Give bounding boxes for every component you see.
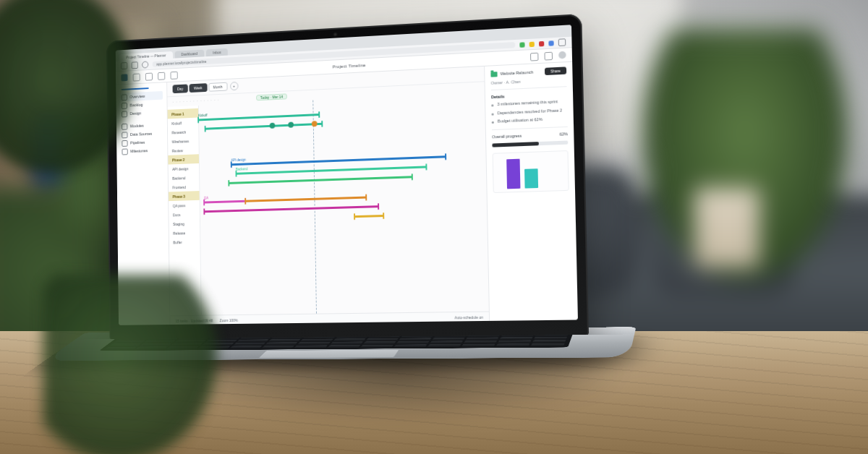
gantt-tracks[interactable]: KickoffAPI designBackendQA: [198, 93, 489, 315]
app-logo-icon[interactable]: [121, 74, 127, 81]
key[interactable]: [265, 342, 298, 345]
key[interactable]: [531, 343, 565, 346]
key[interactable]: [297, 342, 330, 345]
key[interactable]: [304, 335, 336, 338]
key[interactable]: [360, 345, 393, 348]
key[interactable]: [152, 334, 183, 337]
key[interactable]: [365, 338, 398, 341]
key[interactable]: [234, 343, 266, 346]
key[interactable]: [370, 332, 403, 335]
gantt-bar[interactable]: QA: [204, 200, 245, 204]
key[interactable]: [434, 334, 467, 337]
key[interactable]: [430, 340, 463, 343]
key[interactable]: [532, 340, 566, 343]
key[interactable]: [461, 344, 495, 347]
keyboard[interactable]: [99, 329, 575, 351]
key[interactable]: [469, 330, 502, 333]
key[interactable]: [109, 343, 141, 346]
key[interactable]: [240, 336, 272, 339]
key[interactable]: [499, 337, 532, 340]
extension-icon[interactable]: [539, 40, 544, 46]
key[interactable]: [336, 335, 368, 338]
key[interactable]: [307, 333, 339, 335]
milestone-icon[interactable]: [270, 123, 276, 129]
forward-icon[interactable]: [132, 61, 138, 69]
seg-week[interactable]: Week: [189, 83, 207, 93]
key[interactable]: [534, 336, 567, 339]
sidebar-item-milestones[interactable]: Milestones: [121, 146, 163, 156]
browser-tab[interactable]: Inbox: [206, 48, 228, 56]
key[interactable]: [300, 338, 333, 341]
key[interactable]: [205, 340, 237, 343]
key[interactable]: [179, 337, 210, 340]
key[interactable]: [135, 346, 168, 349]
key[interactable]: [467, 334, 500, 337]
key[interactable]: [464, 340, 497, 343]
seg-day[interactable]: Day: [173, 84, 188, 93]
gantt-bar[interactable]: Backend: [236, 166, 427, 174]
key[interactable]: [339, 332, 370, 335]
key[interactable]: [396, 341, 429, 344]
key[interactable]: [465, 337, 498, 340]
key[interactable]: [399, 338, 431, 340]
gantt-bar[interactable]: [229, 176, 412, 184]
gantt-bar[interactable]: Kickoff: [198, 113, 319, 121]
key[interactable]: [401, 335, 433, 338]
seg-month[interactable]: Month: [208, 82, 227, 92]
extension-icon[interactable]: [529, 41, 535, 47]
key[interactable]: [327, 345, 360, 348]
key[interactable]: [501, 333, 535, 336]
add-icon[interactable]: +: [230, 82, 238, 90]
bell-icon[interactable]: [544, 51, 553, 60]
milestone-icon[interactable]: [289, 122, 294, 128]
key[interactable]: [262, 346, 294, 348]
save-icon[interactable]: [133, 73, 140, 81]
gantt-bar[interactable]: [245, 197, 366, 202]
task-label[interactable]: Buffer: [169, 237, 200, 247]
milestone-icon[interactable]: [312, 121, 318, 127]
key[interactable]: [230, 346, 263, 348]
gantt-bar[interactable]: API design: [231, 155, 446, 166]
key[interactable]: [166, 346, 199, 349]
redo-icon[interactable]: [158, 72, 165, 80]
key[interactable]: [237, 339, 269, 342]
key[interactable]: [537, 330, 570, 333]
key[interactable]: [436, 331, 469, 334]
key[interactable]: [171, 343, 203, 346]
key[interactable]: [122, 334, 153, 337]
key[interactable]: [496, 343, 530, 346]
filter-icon[interactable]: [171, 71, 178, 79]
key[interactable]: [148, 337, 179, 340]
key[interactable]: [144, 340, 176, 343]
key[interactable]: [403, 331, 435, 334]
task-label[interactable]: Staging: [169, 218, 200, 228]
key[interactable]: [498, 340, 531, 343]
key[interactable]: [368, 335, 401, 338]
key[interactable]: [268, 339, 301, 342]
share-button[interactable]: Share: [545, 67, 567, 75]
key[interactable]: [118, 337, 149, 340]
key[interactable]: [330, 342, 362, 345]
back-icon[interactable]: [121, 62, 127, 69]
key[interactable]: [535, 333, 569, 336]
undo-icon[interactable]: [145, 72, 153, 80]
key[interactable]: [427, 344, 461, 347]
key[interactable]: [432, 338, 465, 340]
gantt-bar[interactable]: [205, 123, 322, 130]
avatar[interactable]: [558, 51, 566, 59]
trackpad[interactable]: [258, 349, 400, 358]
task-label[interactable]: Release: [169, 228, 200, 238]
key[interactable]: [114, 340, 145, 343]
key[interactable]: [140, 343, 171, 346]
key[interactable]: [202, 343, 234, 346]
key[interactable]: [275, 333, 307, 335]
key[interactable]: [244, 333, 276, 336]
key[interactable]: [174, 340, 206, 343]
key[interactable]: [272, 335, 304, 338]
key[interactable]: [182, 333, 214, 336]
key[interactable]: [294, 345, 328, 348]
key[interactable]: [198, 346, 231, 349]
key[interactable]: [105, 347, 137, 350]
gantt-chart[interactable]: Phase 1KickoffResearchWireframesReviewPh…: [168, 93, 489, 316]
extension-icon[interactable]: [548, 40, 553, 46]
